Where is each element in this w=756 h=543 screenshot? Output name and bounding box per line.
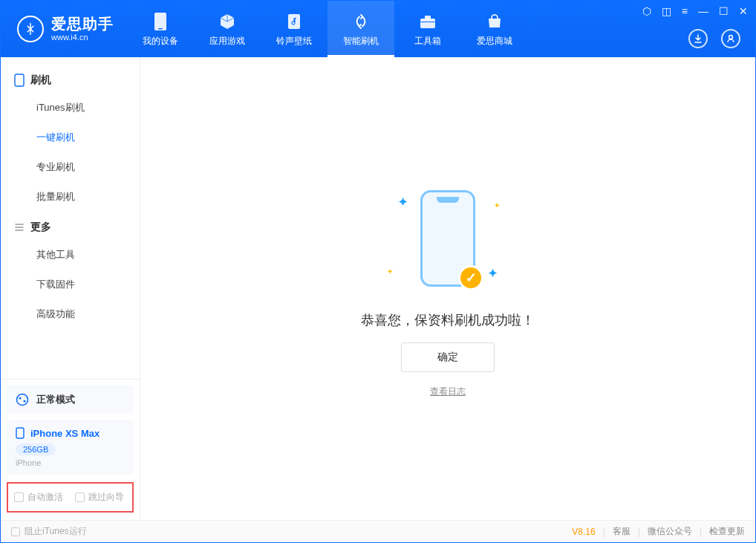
logo-area: 爱思助手 www.i4.cn: [1, 1, 127, 57]
mode-card[interactable]: 正常模式: [7, 386, 134, 414]
sidebar-group-flash: 刷机: [1, 65, 140, 93]
phone-outline-graphic: ✓: [420, 190, 475, 287]
cube-icon: [217, 11, 238, 32]
device-card[interactable]: iPhone XS Max 256GB iPhone: [7, 420, 134, 475]
store-icon: [484, 11, 505, 32]
window-cube-icon[interactable]: ◫: [662, 5, 671, 17]
music-icon: [284, 11, 304, 32]
link-support[interactable]: 客服: [613, 525, 630, 538]
link-wechat[interactable]: 微信公众号: [648, 525, 692, 538]
user-icon[interactable]: [721, 29, 740, 48]
window-controls: ⬡ ◫ ≡ — ☐ ✕: [642, 5, 748, 17]
tab-toolbox[interactable]: 工具箱: [394, 1, 461, 57]
svg-point-8: [17, 394, 28, 406]
svg-rect-11: [16, 428, 24, 438]
status-bar: 阻止iTunes运行 V8.16 | 客服 | 微信公众号 | 检查更新: [1, 520, 755, 542]
logo-icon: [17, 16, 44, 42]
svg-rect-5: [420, 22, 435, 22]
window-menu-icon[interactable]: ≡: [682, 5, 688, 17]
svg-rect-0: [154, 13, 166, 30]
device-name: iPhone XS Max: [30, 428, 100, 439]
device-icon: [150, 11, 171, 32]
svg-rect-1: [158, 28, 163, 30]
refresh-icon: [351, 11, 371, 32]
svg-point-6: [729, 36, 733, 39]
sidebar-item-batch-flash[interactable]: 批量刷机: [1, 182, 140, 212]
version-label: V8.16: [572, 527, 595, 537]
checkbox-block-itunes[interactable]: 阻止iTunes运行: [11, 525, 87, 538]
window-shirt-icon[interactable]: ⬡: [642, 5, 651, 17]
sidebar-item-other-tools[interactable]: 其他工具: [1, 240, 140, 270]
sparkle-icon: ✦: [397, 194, 408, 210]
list-icon: [14, 222, 25, 233]
svg-point-10: [23, 400, 25, 402]
sidebar: 刷机 iTunes刷机 一键刷机 专业刷机 批量刷机 更多 其他工具 下载固件 …: [1, 57, 140, 520]
tab-apps-games[interactable]: 应用游戏: [194, 1, 261, 57]
tab-my-device[interactable]: 我的设备: [127, 1, 194, 57]
tab-ringtones-wallpapers[interactable]: 铃声壁纸: [261, 1, 328, 57]
window-minimize[interactable]: —: [698, 5, 708, 17]
svg-rect-7: [15, 74, 24, 86]
tab-smart-flash[interactable]: 智能刷机: [328, 1, 394, 57]
phone-outline-icon: [14, 74, 25, 87]
svg-point-9: [19, 397, 21, 399]
view-log-link[interactable]: 查看日志: [430, 386, 466, 398]
device-type: iPhone: [16, 458, 125, 467]
sidebar-item-one-click-flash[interactable]: 一键刷机: [1, 123, 140, 152]
main-content: ✦ ✦ ✦ ✦ ✓ 恭喜您，保资料刷机成功啦！ 确定 查看日志: [140, 57, 755, 520]
app-url: www.i4.cn: [51, 33, 114, 42]
bottom-options-highlighted: 自动激活 跳过向导: [7, 482, 134, 513]
sparkle-icon: ✦: [387, 267, 393, 276]
window-maximize[interactable]: ☐: [719, 5, 729, 17]
checkbox-skip-guide[interactable]: 跳过向导: [75, 491, 124, 504]
sidebar-item-pro-flash[interactable]: 专业刷机: [1, 152, 140, 182]
link-check-update[interactable]: 检查更新: [709, 525, 745, 538]
check-badge-icon: ✓: [458, 265, 483, 290]
checkbox-auto-activate[interactable]: 自动激活: [14, 491, 63, 504]
app-header: 爱思助手 www.i4.cn 我的设备 应用游戏 铃声壁纸 智能刷机 工具箱 爱…: [1, 1, 755, 57]
success-illustration: ✦ ✦ ✦ ✦ ✓: [381, 179, 515, 298]
ok-button[interactable]: 确定: [401, 342, 495, 372]
window-close[interactable]: ✕: [739, 5, 748, 17]
sidebar-item-itunes-flash[interactable]: iTunes刷机: [1, 93, 140, 123]
download-icon[interactable]: [688, 29, 708, 48]
app-title: 爱思助手: [51, 15, 114, 33]
nav-tabs: 我的设备 应用游戏 铃声壁纸 智能刷机 工具箱 爱思商城: [127, 1, 528, 57]
mode-icon: [16, 393, 29, 406]
toolbox-icon: [417, 11, 438, 32]
sidebar-group-more: 更多: [1, 212, 140, 240]
sidebar-item-download-firmware[interactable]: 下载固件: [1, 270, 140, 299]
sparkle-icon: ✦: [487, 265, 498, 282]
sidebar-item-advanced[interactable]: 高级功能: [1, 299, 140, 329]
device-small-icon: [16, 427, 25, 439]
sparkle-icon: ✦: [494, 201, 500, 209]
svg-rect-3: [420, 19, 435, 28]
success-message: 恭喜您，保资料刷机成功啦！: [361, 311, 535, 329]
device-capacity: 256GB: [16, 443, 56, 455]
svg-rect-4: [425, 16, 431, 19]
tab-store[interactable]: 爱思商城: [461, 1, 528, 57]
header-right-icons: [688, 29, 740, 48]
